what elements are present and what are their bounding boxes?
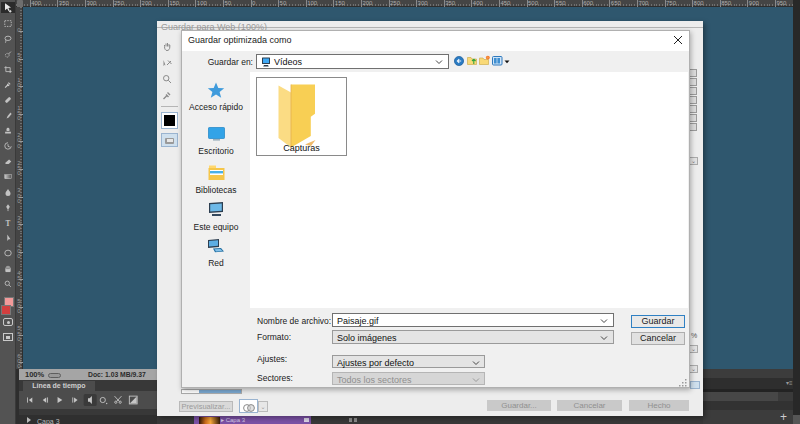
svg-text:T: T [5, 220, 10, 228]
